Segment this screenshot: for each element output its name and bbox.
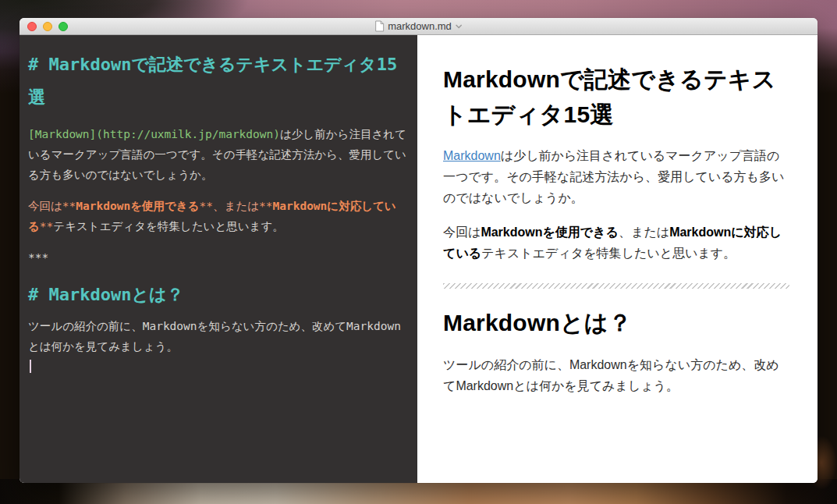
preview-strong-text-1: Markdownを使用できる	[481, 225, 619, 239]
source-heading-2: # Markdownとは？	[28, 279, 406, 311]
source-thematic-break: ***	[28, 247, 406, 268]
close-button[interactable]	[27, 22, 37, 31]
source-paragraph-2-lead: 今回は	[28, 200, 62, 212]
chevron-down-icon[interactable]	[456, 24, 463, 29]
markdown-link[interactable]: Markdown	[443, 149, 501, 162]
preview-paragraph-3: ツールの紹介の前に、Markdownを知らない方のため、改めてMarkdownと…	[443, 354, 789, 396]
window-title-group[interactable]: markdown.md	[374, 18, 463, 34]
desktop: { "window": { "title": "markdown.md" }, …	[0, 0, 837, 504]
window-controls	[20, 22, 68, 31]
preview-heading-2: Markdownとは？	[443, 307, 789, 339]
window-titlebar[interactable]: markdown.md	[20, 18, 817, 35]
preview-paragraph-2-lead: 今回は	[443, 225, 481, 239]
text-cursor-caret	[30, 360, 31, 373]
source-paragraph-2-mid: 、または	[213, 200, 259, 212]
preview-paragraph-2-tail: テキストエディタを特集したいと思います。	[481, 247, 736, 260]
hatched-horizontal-rule	[443, 283, 789, 289]
preview-paragraph-1: Markdownは少し前から注目されているマークアップ言語の一つです。その手軽な…	[443, 145, 789, 208]
zoom-button[interactable]	[59, 22, 68, 31]
source-paragraph-3: ツールの紹介の前に、Markdownを知らない方のため、改めてMarkdownと…	[28, 316, 406, 357]
preview-heading-1: Markdownで記述できるテキストエディタ15選	[443, 62, 789, 132]
source-strong-text-1: Markdownを使用できる	[76, 200, 199, 212]
source-link-syntax: [Markdown](http://uxmilk.jp/markdown)	[28, 128, 280, 140]
source-heading-1: # Markdownで記述できるテキストエディタ15選	[28, 48, 406, 114]
minimize-button[interactable]	[43, 22, 52, 31]
preview-paragraph-2: 今回はMarkdownを使用できる、またはMarkdownに対応しているテキスト…	[443, 222, 789, 264]
source-paragraph-2-tail: テキストエディタを特集したいと思います。	[53, 220, 283, 232]
source-strong-marker: **	[40, 220, 53, 232]
markdown-preview[interactable]: Markdownで記述できるテキストエディタ15選 Markdownは少し前から…	[417, 35, 817, 483]
document-icon	[374, 20, 384, 32]
markdown-source-editor[interactable]: # Markdownで記述できるテキストエディタ15選 [Markdown](h…	[20, 35, 417, 483]
editor-window: markdown.md # Markdownで記述できるテキストエディタ15選 …	[20, 18, 817, 483]
split-view: # Markdownで記述できるテキストエディタ15選 [Markdown](h…	[20, 35, 817, 483]
source-paragraph-1: [Markdown](http://uxmilk.jp/markdown)は少し…	[28, 124, 406, 185]
source-strong-marker: **	[200, 200, 213, 212]
source-paragraph-2: 今回は**Markdownを使用できる**、または**Markdownに対応して…	[28, 196, 406, 236]
source-strong-marker: **	[259, 200, 272, 212]
preview-paragraph-2-mid: 、または	[619, 225, 669, 239]
source-strong-marker: **	[62, 200, 76, 212]
window-title: markdown.md	[388, 20, 452, 32]
